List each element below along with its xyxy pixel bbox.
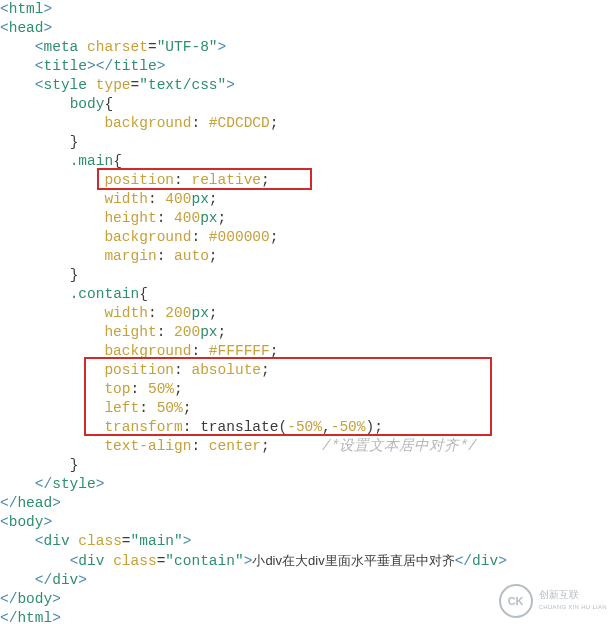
code-line: transform: translate(-50%,-50%); <box>0 418 611 437</box>
watermark: CK 创新互联 CHUANG XIN HU LIAN <box>499 584 607 618</box>
code-block: <html> <head> <meta charset="UTF-8"> <ti… <box>0 0 611 624</box>
code-line: background: #000000; <box>0 228 611 247</box>
code-line: height: 400px; <box>0 209 611 228</box>
code-line: } <box>0 133 611 152</box>
code-line: <head> <box>0 19 611 38</box>
code-line: <style type="text/css"> <box>0 76 611 95</box>
code-line: width: 200px; <box>0 304 611 323</box>
code-line: background: #CDCDCD; <box>0 114 611 133</box>
watermark-name: 创新互联 <box>539 589 607 601</box>
code-line: <meta charset="UTF-8"> <box>0 38 611 57</box>
code-line: background: #FFFFFF; <box>0 342 611 361</box>
code-line: <div class="main"> <box>0 532 611 551</box>
code-line: <body> <box>0 513 611 532</box>
watermark-pinyin: CHUANG XIN HU LIAN <box>539 601 607 613</box>
code-line: top: 50%; <box>0 380 611 399</box>
code-line: position: absolute; <box>0 361 611 380</box>
code-line: margin: auto; <box>0 247 611 266</box>
code-line: text-align: center; /*设置文本居中对齐*/ <box>0 437 611 456</box>
code-line: <html> <box>0 0 611 19</box>
code-line: left: 50%; <box>0 399 611 418</box>
code-line: </style> <box>0 475 611 494</box>
code-line: </head> <box>0 494 611 513</box>
code-line: width: 400px; <box>0 190 611 209</box>
code-line: <title></title> <box>0 57 611 76</box>
code-line: } <box>0 456 611 475</box>
code-line: <div class="contain">小div在大div里面水平垂直居中对齐… <box>0 551 611 571</box>
code-line: .contain{ <box>0 285 611 304</box>
code-line: .main{ <box>0 152 611 171</box>
watermark-logo-icon: CK <box>499 584 533 618</box>
code-line: height: 200px; <box>0 323 611 342</box>
code-line: position: relative; <box>0 171 611 190</box>
code-line: body{ <box>0 95 611 114</box>
code-line: } <box>0 266 611 285</box>
